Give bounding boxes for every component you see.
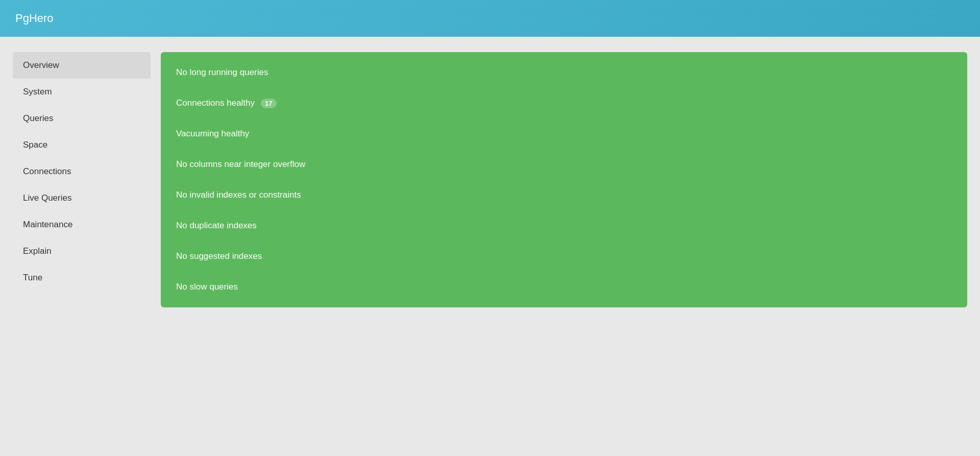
sidebar-item-label: Live Queries [23, 193, 71, 203]
status-label: No suggested indexes [176, 251, 262, 261]
sidebar-item-overview[interactable]: Overview [13, 52, 151, 79]
sidebar-item-label: Overview [23, 60, 59, 70]
sidebar-item-maintenance[interactable]: Maintenance [13, 211, 151, 238]
status-item-1: Connections healthy17 [161, 88, 967, 118]
status-item-3: No columns near integer overflow [161, 149, 967, 180]
sidebar-item-label: Explain [23, 246, 52, 256]
sidebar-item-queries[interactable]: Queries [13, 105, 151, 132]
status-item-7: No slow queries [161, 272, 967, 302]
sidebar-item-system[interactable]: System [13, 79, 151, 105]
sidebar-item-label: Queries [23, 113, 54, 123]
sidebar-item-label: Tune [23, 273, 42, 282]
status-label: No invalid indexes or constraints [176, 190, 301, 200]
sidebar-item-tune[interactable]: Tune [13, 265, 151, 291]
status-label: Vacuuming healthy [176, 129, 249, 139]
sidebar-item-label: System [23, 87, 52, 97]
status-item-2: Vacuuming healthy [161, 118, 967, 149]
status-label: Connections healthy [176, 98, 255, 108]
main-layout: OverviewSystemQueriesSpaceConnectionsLiv… [0, 37, 980, 323]
sidebar-item-label: Maintenance [23, 220, 72, 229]
status-item-5: No duplicate indexes [161, 210, 967, 241]
app-title: PgHero [15, 12, 54, 25]
status-badge: 17 [261, 99, 276, 108]
status-item-0: No long running queries [161, 57, 967, 88]
sidebar-item-label: Space [23, 140, 47, 150]
sidebar-item-label: Connections [23, 166, 71, 176]
status-label: No slow queries [176, 282, 238, 292]
status-item-6: No suggested indexes [161, 241, 967, 272]
sidebar-item-explain[interactable]: Explain [13, 238, 151, 265]
sidebar-item-space[interactable]: Space [13, 132, 151, 158]
status-label: No columns near integer overflow [176, 159, 305, 170]
sidebar: OverviewSystemQueriesSpaceConnectionsLiv… [13, 52, 151, 307]
sidebar-item-live-queries[interactable]: Live Queries [13, 185, 151, 211]
content-panel: No long running queriesConnections healt… [161, 52, 967, 307]
status-label: No long running queries [176, 67, 268, 78]
status-label: No duplicate indexes [176, 221, 257, 231]
status-item-4: No invalid indexes or constraints [161, 180, 967, 210]
app-header: PgHero [0, 0, 980, 37]
sidebar-item-connections[interactable]: Connections [13, 158, 151, 185]
